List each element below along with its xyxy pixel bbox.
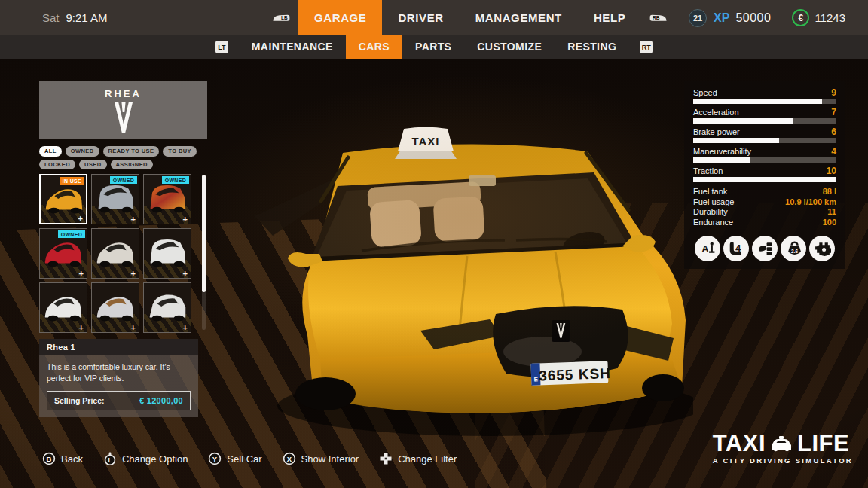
- stat-maneuverability: Maneuverability4: [693, 146, 836, 163]
- car-description-panel: Rhea 1 This is a comfortable luxury car.…: [39, 339, 198, 417]
- upgrade-plus-icon: +: [79, 323, 84, 332]
- upgrade-plus-icon: +: [131, 323, 136, 332]
- upgrade-plus-icon: +: [131, 215, 136, 224]
- svg-text:2.6: 2.6: [791, 248, 798, 253]
- car-thumb-7[interactable]: +: [39, 282, 87, 333]
- stat-details: Fuel tank88 lFuel usage10.9 l/100 kmDura…: [693, 187, 836, 227]
- car-thumb-1[interactable]: IN USE+: [39, 174, 87, 224]
- game-logo: TAXI LIFE A CITY DRIVING SIMULATOR: [713, 432, 853, 465]
- stat-label: Traction: [693, 166, 723, 175]
- control-sell-car[interactable]: YSell Car: [208, 452, 261, 465]
- rt-trigger-icon[interactable]: RT: [640, 41, 653, 53]
- brand-card: RHEA: [39, 81, 207, 139]
- control-back[interactable]: BBack: [42, 452, 83, 465]
- clock-day: Sat: [42, 11, 60, 24]
- stat-bar-track: [693, 118, 836, 124]
- stat-label: Speed: [693, 88, 717, 97]
- x-button-icon: X: [283, 452, 296, 465]
- stat-value: 10: [827, 166, 836, 176]
- filter-locked[interactable]: LOCKED: [39, 160, 75, 170]
- filter-all[interactable]: ALL: [39, 146, 62, 157]
- car-grid-scrollbar[interactable]: [202, 175, 206, 292]
- stat-value: 7: [831, 107, 836, 117]
- detail-label: Fuel tank: [693, 187, 727, 197]
- stat-traction: Traction10: [693, 166, 836, 182]
- sub-nav-maintenance[interactable]: MAINTENANCE: [239, 35, 346, 59]
- control-change-filter[interactable]: Change Filter: [379, 452, 457, 465]
- sub-nav-cars[interactable]: CARS: [346, 35, 402, 59]
- filter-to-buy[interactable]: TO BUY: [163, 146, 197, 157]
- lt-trigger-icon[interactable]: LT: [215, 41, 228, 53]
- taxi-roof-sign: TAXI: [395, 127, 457, 160]
- car-thumb-6[interactable]: +: [143, 228, 191, 279]
- stat-bar-fill: [693, 138, 779, 143]
- taxi-sign-text: TAXI: [411, 135, 439, 148]
- car-status-badge: IN USE: [60, 177, 84, 185]
- sub-nav-parts[interactable]: PARTS: [402, 35, 464, 59]
- selected-car-render: E 3655 KSH TAXI: [241, 87, 693, 441]
- detail-value: 88 l: [823, 187, 836, 197]
- car-thumb-9[interactable]: +: [143, 282, 191, 333]
- control-show-interior[interactable]: XShow Interior: [283, 452, 359, 465]
- control-label: Sell Car: [227, 453, 261, 465]
- car-stats-panel: Speed9Acceleration7Brake power6Maneuvera…: [684, 81, 845, 269]
- stat-bar-fill: [693, 177, 836, 182]
- filter-ready-to-use[interactable]: READY TO USE: [103, 146, 160, 157]
- lb-bumper-icon[interactable]: LB: [271, 13, 291, 23]
- brand-trident-icon: [110, 102, 137, 133]
- car-thumb-3[interactable]: OWNED+: [143, 174, 191, 224]
- top-nav-garage[interactable]: GARAGE: [298, 0, 382, 35]
- feature-icons: A42.6: [693, 236, 836, 261]
- car-thumb-4[interactable]: OWNED+: [39, 228, 87, 279]
- control-change-option[interactable]: LChange Option: [103, 452, 188, 465]
- control-label: Change Option: [122, 453, 188, 465]
- trunk-icon: [752, 236, 778, 261]
- sub-nav-bar: LT MAINTENANCECARSPARTSCUSTOMIZERESTING …: [0, 35, 868, 59]
- plate-country: E: [533, 376, 538, 383]
- filter-owned[interactable]: OWNED: [66, 146, 99, 157]
- stat-speed: Speed9: [693, 87, 836, 104]
- svg-text:RB: RB: [653, 15, 660, 20]
- top-nav-items: GARAGEDRIVERMANAGEMENTHELP: [298, 0, 641, 35]
- svg-text:4: 4: [735, 242, 741, 254]
- detail-durability: Durability11: [693, 207, 836, 218]
- car-thumb-5[interactable]: +: [91, 228, 139, 279]
- sub-nav-customize[interactable]: CUSTOMIZE: [464, 35, 555, 59]
- detail-endurance: Endurance100: [693, 218, 836, 228]
- l-button-icon: L: [103, 452, 117, 465]
- dpad-button-icon: [379, 452, 393, 465]
- rb-bumper-icon[interactable]: RB: [649, 13, 668, 23]
- player-wallet: 21 XP 50000 € 11243: [689, 0, 845, 35]
- control-hints: BBackLChange OptionYSell CarXShow Interi…: [42, 452, 457, 465]
- detail-label: Endurance: [693, 218, 733, 228]
- transmission-icon: A: [695, 236, 720, 261]
- filter-chips: ALLOWNEDREADY TO USETO BUYLOCKEDUSEDASSI…: [39, 146, 219, 169]
- clock-time: 9:21 AM: [66, 11, 108, 24]
- detail-label: Fuel usage: [693, 197, 734, 208]
- garage-screen: E 3655 KSH TAXI Sat 9:21 AM: [0, 0, 868, 488]
- top-nav-management[interactable]: MANAGEMENT: [460, 0, 578, 35]
- filter-assigned[interactable]: ASSIGNED: [111, 160, 153, 170]
- sub-nav-items: MAINTENANCECARSPARTSCUSTOMIZERESTING: [239, 35, 629, 59]
- plate-number: 3655 KSH: [539, 365, 611, 383]
- detail-value: 11: [827, 207, 836, 218]
- player-level-badge: 21: [689, 9, 707, 27]
- logo-taxi-icon: [770, 436, 793, 453]
- stat-label: Acceleration: [693, 108, 739, 117]
- upgrade-plus-icon: +: [78, 214, 83, 223]
- game-clock: Sat 9:21 AM: [42, 0, 108, 35]
- car-thumb-2[interactable]: OWNED+: [91, 174, 139, 224]
- filter-used[interactable]: USED: [79, 160, 106, 170]
- detail-value: 10.9 l/100 km: [785, 197, 836, 208]
- y-button-icon: Y: [208, 452, 222, 465]
- stat-value: 9: [831, 87, 836, 98]
- top-nav-help[interactable]: HELP: [578, 0, 641, 35]
- stat-value: 6: [831, 127, 836, 137]
- upgrade-plus-icon: +: [183, 269, 188, 278]
- stat-value: 4: [831, 146, 836, 157]
- brand-name: RHEA: [105, 88, 142, 99]
- car-thumb-8[interactable]: +: [91, 282, 139, 333]
- top-nav-driver[interactable]: DRIVER: [382, 0, 459, 35]
- car-name: Rhea 1: [39, 339, 198, 355]
- sub-nav-resting[interactable]: RESTING: [555, 35, 629, 59]
